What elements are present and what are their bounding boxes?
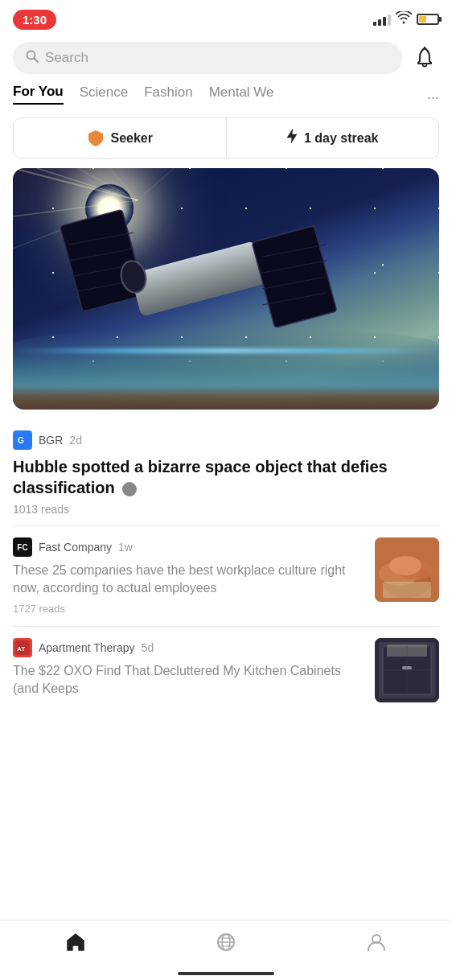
profile-icon <box>366 932 387 957</box>
bottom-nav <box>0 920 452 980</box>
svg-line-1 <box>35 59 39 63</box>
search-icon <box>26 50 39 66</box>
more-categories-button[interactable]: ... <box>427 86 439 103</box>
battery-icon <box>417 14 439 25</box>
tab-fashion[interactable]: Fashion <box>144 84 192 104</box>
list-article-2-age: 5d <box>142 641 154 654</box>
hero-article-meta: G BGR 2d <box>13 422 439 453</box>
home-indicator <box>178 972 274 975</box>
streak-label: 1 day streak <box>304 131 379 146</box>
search-bar[interactable]: Search <box>13 42 402 74</box>
tab-science[interactable]: Science <box>80 84 128 104</box>
status-bar: 1:30 <box>0 0 452 35</box>
svg-text:G: G <box>18 436 24 445</box>
list-article-1-age: 1w <box>118 541 133 554</box>
list-article-2-meta: AT Apartment Therapy 5d <box>13 638 365 657</box>
list-article-1-thumbnail <box>375 537 439 602</box>
status-time: 1:30 <box>13 10 56 30</box>
list-article-2-source: Apartment Therapy <box>39 641 135 654</box>
hero-article-image <box>13 168 439 410</box>
list-article-2-content: AT Apartment Therapy 5d The $22 OXO Find… <box>13 638 365 703</box>
tab-mental-wellness[interactable]: Mental We <box>209 84 274 104</box>
apartment-therapy-logo: AT <box>13 638 32 657</box>
tab-for-you[interactable]: For You <box>13 84 64 105</box>
day-streak[interactable]: 1 day streak <box>227 118 439 158</box>
hero-article-age: 2d <box>69 434 82 447</box>
hero-article-title[interactable]: Hubble spotted a bizarre space object th… <box>0 453 452 503</box>
reading-progress-dot <box>122 482 137 496</box>
seeker-shield-icon <box>87 130 105 147</box>
seeker-badge[interactable]: Seeker <box>14 118 227 158</box>
signal-bars-icon <box>373 13 391 26</box>
svg-rect-15 <box>130 241 266 317</box>
fast-company-logo: FC <box>13 537 32 557</box>
list-article-1[interactable]: FC Fast Company 1w These 25 companies ha… <box>0 526 452 626</box>
nav-home[interactable] <box>49 929 102 961</box>
list-article-1-content: FC Fast Company 1w These 25 companies ha… <box>13 537 365 615</box>
list-article-2-title: The $22 OXO Find That Decluttered My Kit… <box>13 662 365 698</box>
nav-explore[interactable] <box>199 929 253 961</box>
category-tabs: For You Science Fashion Mental We ... <box>0 80 452 111</box>
svg-text:AT: AT <box>17 645 25 653</box>
list-article-1-source: Fast Company <box>39 541 112 554</box>
nav-profile[interactable] <box>350 929 403 961</box>
notification-bell-button[interactable] <box>410 43 439 72</box>
streak-bar: Seeker 1 day streak <box>13 117 439 159</box>
list-article-2[interactable]: AT Apartment Therapy 5d The $22 OXO Find… <box>0 627 452 714</box>
home-icon <box>65 932 86 957</box>
hero-source-name: BGR <box>39 434 63 447</box>
bgr-logo: G <box>13 430 32 450</box>
list-article-1-title: These 25 companies have the best workpla… <box>13 562 365 598</box>
svg-point-28 <box>389 556 421 575</box>
list-article-1-reads: 1727 reads <box>13 603 365 615</box>
bolt-icon <box>286 128 298 148</box>
list-article-2-thumbnail <box>375 638 439 702</box>
wifi-icon <box>396 11 412 27</box>
search-container: Search <box>0 35 452 80</box>
list-article-1-meta: FC Fast Company 1w <box>13 537 365 557</box>
svg-rect-29 <box>383 582 431 598</box>
search-placeholder: Search <box>45 50 88 66</box>
seeker-label: Seeker <box>111 131 154 146</box>
hero-article[interactable] <box>13 168 439 410</box>
svg-rect-16 <box>252 226 337 328</box>
explore-globe-icon <box>216 932 236 957</box>
status-icons <box>373 11 439 27</box>
hero-article-reads: 1013 reads <box>0 503 452 525</box>
